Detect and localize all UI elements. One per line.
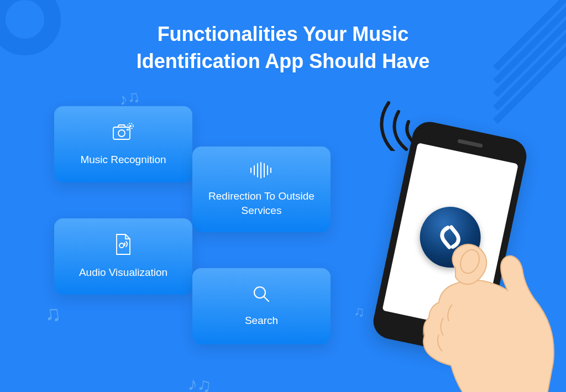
card-label: Search (245, 313, 278, 328)
music-note-icon: ♪♫ (187, 373, 212, 392)
card-label: Audio Visualization (79, 265, 167, 280)
svg-point-12 (119, 243, 124, 248)
sound-wave-icon (249, 161, 274, 181)
camera-id-icon (111, 122, 135, 145)
audio-file-icon (114, 233, 132, 258)
card-music-recognition: Music Recognition (54, 106, 192, 182)
card-label: Redirection To Outside Services (203, 189, 319, 217)
phone-illustration (339, 83, 566, 392)
svg-point-1 (118, 130, 125, 137)
title-line-1: Functionalities Your Music (158, 23, 409, 45)
svg-rect-4 (127, 129, 129, 130)
hand-icon (390, 207, 566, 392)
svg-line-14 (264, 297, 269, 301)
page-title: Functionalities Your Music Identificatio… (0, 21, 566, 75)
svg-point-3 (129, 125, 132, 127)
card-redirection: Redirection To Outside Services (192, 147, 331, 232)
card-audio-visualization: Audio Visualization (54, 218, 192, 295)
svg-point-13 (254, 287, 265, 298)
card-label: Music Recognition (80, 153, 166, 167)
title-line-2: Identification App Should Have (137, 50, 430, 72)
search-icon (252, 285, 271, 306)
card-search: Search (192, 268, 331, 344)
music-note-icon: ♫ (43, 300, 62, 327)
